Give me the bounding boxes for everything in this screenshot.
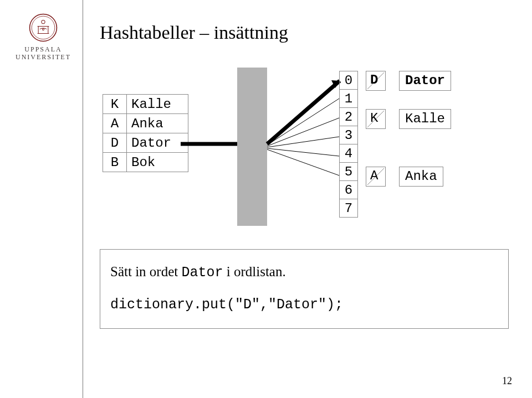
left-sidebar: UPPSALA UNIVERSITET — [0, 0, 83, 398]
caption-text: Sätt in ordet — [110, 264, 181, 279]
table-row: DDator — [103, 133, 188, 153]
university-name-2: UNIVERSITET — [16, 53, 71, 61]
hash-index-2: 2 — [340, 108, 358, 126]
input-pairs-table: KKalle AAnka DDator BBok — [103, 94, 188, 172]
slide: UPPSALA UNIVERSITET Hashtabeller – insät… — [0, 0, 532, 398]
hash-index-column: 0 1 2 3 4 5 6 7 — [339, 71, 358, 218]
table-row: BBok — [103, 153, 188, 172]
svg-marker-4 — [331, 80, 340, 88]
hash-index-0: 0 — [340, 71, 358, 90]
pair-key: B — [103, 153, 127, 172]
table-row: AAnka — [103, 114, 188, 133]
slide-title: Hashtabeller – insättning — [100, 22, 288, 43]
hash-function-box — [237, 68, 267, 226]
hash-index-6: 6 — [340, 181, 358, 199]
caption-code: dictionary.put("D","Dator"); — [110, 294, 498, 316]
bucket-2-key: K — [370, 111, 378, 126]
hash-index-3: 3 — [340, 126, 358, 144]
table-row: KKalle — [103, 95, 188, 114]
pair-value: Bok — [127, 153, 188, 172]
bucket-0-value: Dator — [399, 71, 451, 91]
hash-index-1: 1 — [340, 90, 358, 108]
pair-value: Kalle — [127, 95, 188, 114]
university-logo: UPPSALA UNIVERSITET — [16, 13, 71, 61]
hash-index-5: 5 — [340, 163, 358, 181]
caption-text: i ordlistan. — [223, 264, 285, 279]
bucket-2-value: Kalle — [399, 109, 451, 129]
pair-value: Dator — [127, 133, 188, 153]
caption-line-1: Sätt in ordet Dator i ordlistan. — [110, 261, 498, 284]
hash-index-4: 4 — [340, 144, 358, 163]
hash-index-7: 7 — [340, 199, 358, 218]
pair-value: Anka — [127, 114, 188, 133]
page-number: 12 — [502, 375, 512, 387]
svg-point-0 — [30, 14, 57, 42]
seal-icon — [29, 13, 58, 42]
pair-key: D — [103, 133, 127, 153]
bucket-5-value: Anka — [399, 167, 443, 187]
caption-box: Sätt in ordet Dator i ordlistan. diction… — [100, 249, 509, 329]
pair-key: K — [103, 95, 127, 114]
university-name-1: UPPSALA — [16, 45, 71, 53]
svg-point-2 — [42, 20, 45, 23]
pair-key: A — [103, 114, 127, 133]
bucket-0-key: D — [370, 73, 378, 87]
caption-mono: Dator — [181, 265, 223, 281]
bucket-5-key: A — [370, 168, 378, 183]
svg-point-1 — [32, 16, 55, 39]
svg-point-3 — [42, 29, 44, 30]
